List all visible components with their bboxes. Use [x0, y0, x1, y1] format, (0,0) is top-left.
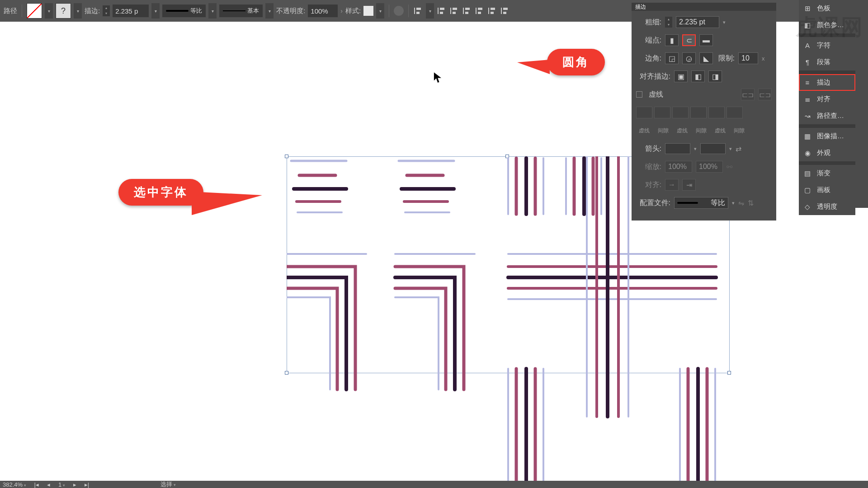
align-right-icon[interactable] — [462, 6, 472, 16]
arrow-label: 箭头: — [636, 144, 661, 154]
paragraph-icon: ¶ — [802, 57, 812, 67]
align-top-icon[interactable] — [475, 6, 485, 16]
artboard-nav-prev[interactable]: ◂ — [47, 481, 50, 488]
dashcol-5: 间隙 — [731, 127, 747, 135]
profile-select[interactable]: 等比 — [674, 197, 728, 209]
dash-3 — [708, 107, 725, 118]
corner-label: 边角: — [636, 54, 661, 63]
profile-sample[interactable]: 等比 — [162, 5, 206, 17]
stroke-weight-input[interactable] — [113, 5, 149, 17]
profile-label2: 配置文件: — [636, 198, 670, 208]
zoom-level[interactable]: 382.4% — [3, 481, 26, 488]
align-hcenter-icon[interactable] — [449, 6, 459, 16]
fill-swatch[interactable] — [27, 3, 42, 19]
align-inside[interactable]: ◧ — [691, 70, 705, 82]
callout-tail — [517, 60, 550, 74]
dashcol-2: 虚线 — [674, 127, 690, 135]
panel-imagetrace[interactable]: ▦图像描… — [799, 128, 855, 145]
panel-stroke[interactable]: ≡描边 — [799, 74, 855, 91]
flip-y-icon[interactable]: ⇅ — [748, 199, 754, 207]
arrow-align-label: 对齐: — [636, 180, 661, 190]
panel-transparency[interactable]: ◇透明度 — [799, 198, 855, 215]
cap-label: 端点: — [636, 36, 661, 45]
panel-tabs[interactable]: 描边 — [632, 3, 776, 11]
align-left-icon[interactable] — [437, 6, 447, 16]
profile-label: 等比 — [190, 7, 202, 15]
style-dropdown[interactable] — [376, 3, 384, 19]
panel-gradient[interactable]: ▤渐变 — [799, 165, 855, 182]
corner-round[interactable]: ◶ — [682, 52, 696, 64]
gap-1 — [654, 107, 670, 118]
panel-artboards[interactable]: ▢画板 — [799, 182, 855, 198]
arrow-end[interactable] — [700, 143, 726, 154]
status-bar: 382.4% |◂ ◂ 1 ▸ ▸| 选择 — [0, 481, 868, 488]
stroke-label: 描边: — [85, 7, 100, 15]
align-outside[interactable]: ◨ — [708, 70, 722, 82]
mouse-cursor — [433, 71, 443, 86]
dashed-label: 虚线 — [649, 90, 663, 99]
brush-label: 基本 — [247, 7, 259, 15]
separator — [389, 5, 389, 17]
opacity-more[interactable]: › — [340, 7, 343, 14]
cap-projecting[interactable]: ▬ — [699, 34, 713, 46]
stroke-weight-stepper[interactable]: ▴▾ — [103, 5, 110, 16]
dashcol-3: 间隙 — [693, 127, 709, 135]
dash-1 — [636, 107, 652, 118]
align-vcenter-icon[interactable] — [487, 6, 497, 16]
arrow-start[interactable] — [665, 143, 690, 154]
corner-miter[interactable]: ◲ — [665, 52, 679, 64]
opacity-label: 不透明度: — [276, 7, 305, 15]
arrow-align-a: → — [665, 179, 679, 191]
weight-value[interactable]: 2.235 pt — [676, 16, 719, 28]
profile-dropdown[interactable] — [208, 3, 217, 19]
align-bottom-icon[interactable] — [500, 6, 510, 16]
limit-value[interactable]: 10 — [738, 52, 758, 64]
tool-hint[interactable]: 选择 — [160, 480, 176, 488]
appearance-icon: ◉ — [802, 148, 812, 158]
panel-paragraph[interactable]: ¶段落 — [799, 54, 855, 70]
transform-dropdown[interactable] — [426, 3, 434, 19]
weight-label: 粗细: — [636, 18, 661, 27]
transparency-icon: ◇ — [802, 202, 812, 212]
character-icon: A — [802, 41, 812, 51]
align-center[interactable]: ▣ — [674, 70, 688, 82]
artboard-number[interactable]: 1 — [58, 481, 65, 488]
stroke-panel: 描边 粗细: ▴▾ 2.235 pt ▾ 端点: ▮ ⊂ ▬ 边角: ◲ ◶ ◣… — [632, 3, 776, 221]
panel-separator — [799, 124, 855, 128]
align-icon: ≣ — [802, 94, 812, 104]
artboard-nav-next[interactable]: ▸ — [73, 481, 76, 488]
scale-label: 缩放: — [636, 162, 661, 172]
imagetrace-icon: ▦ — [802, 131, 812, 141]
brush-sample[interactable]: 基本 — [219, 5, 263, 17]
artboard-nav-last[interactable]: ▸| — [85, 481, 89, 488]
corner-bevel[interactable]: ◣ — [699, 52, 713, 64]
separator — [408, 5, 409, 17]
artboard-nav-first[interactable]: |◂ — [34, 481, 39, 488]
transform-icon[interactable] — [413, 6, 423, 16]
style-swatch[interactable] — [363, 6, 373, 16]
link-scale-icon: ⚯ — [726, 163, 732, 171]
gap-2 — [690, 107, 707, 118]
swatches-icon: ⊞ — [802, 4, 812, 14]
panel-pathfinder[interactable]: ↝路径查… — [799, 108, 855, 124]
dashed-checkbox[interactable] — [636, 91, 642, 98]
panel-appearance[interactable]: ◉外观 — [799, 145, 855, 161]
cap-round[interactable]: ⊂ — [682, 34, 696, 46]
stroke-swatch[interactable]: ? — [56, 3, 71, 19]
tab-stroke[interactable]: 描边 — [635, 3, 646, 11]
fill-dropdown[interactable] — [45, 3, 53, 19]
weight-dropdown-icon[interactable]: ▾ — [723, 19, 726, 25]
recolor-icon[interactable] — [394, 6, 404, 16]
opacity-input[interactable] — [308, 5, 338, 17]
weight-stepper[interactable]: ▴▾ — [665, 17, 672, 28]
cap-butt[interactable]: ▮ — [665, 34, 679, 46]
callout-tail — [192, 192, 262, 215]
arrow-swap-icon[interactable]: ⇄ — [736, 145, 741, 153]
panel-align[interactable]: ≣对齐 — [799, 91, 855, 108]
style-label: 样式: — [345, 7, 361, 15]
stroke-swatch-dropdown[interactable] — [74, 3, 82, 19]
stroke-weight-dropdown[interactable] — [151, 3, 160, 19]
dashcol-0: 虚线 — [636, 127, 652, 135]
brush-dropdown[interactable] — [265, 3, 274, 19]
flip-x-icon[interactable]: ⇋ — [738, 199, 744, 207]
